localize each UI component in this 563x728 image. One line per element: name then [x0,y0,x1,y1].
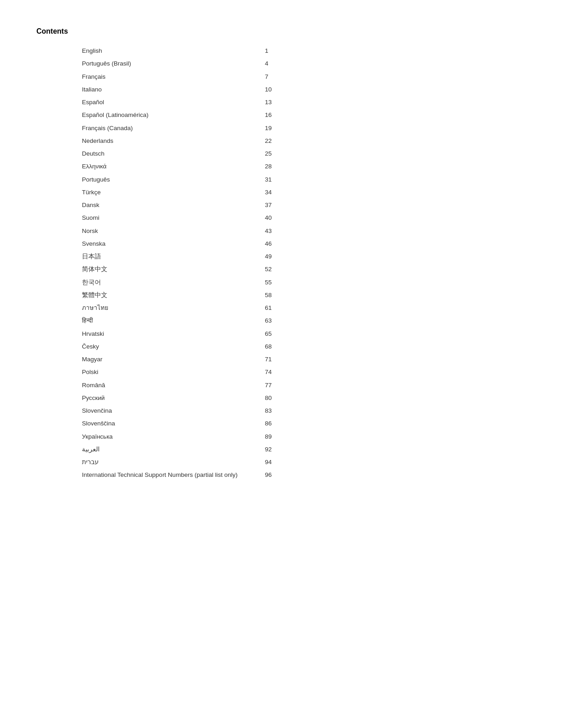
toc-page-number: 37 [238,199,272,212]
toc-page-number: 61 [238,302,272,314]
toc-page-number: 96 [238,469,272,481]
toc-language-label: Suomi [82,212,238,224]
list-item: Dansk37 [82,199,272,212]
list-item: ภาษาไทย61 [82,302,272,314]
list-item: Русский80 [82,392,272,404]
toc-page-number: 25 [238,147,272,160]
list-item: Česky68 [82,340,272,353]
toc-page-number: 46 [238,238,272,250]
list-item: Svenska46 [82,238,272,250]
toc-language-label: 简体中文 [82,263,238,276]
toc-language-label: Deutsch [82,147,238,160]
toc-language-label: العربية [82,443,238,456]
toc-page-number: 28 [238,160,272,173]
toc-page-number: 80 [238,392,272,404]
toc-page-number: 43 [238,225,272,238]
list-item: Français7 [82,71,272,83]
toc-page-number: 83 [238,404,272,417]
toc-language-label: Français (Canada) [82,122,238,135]
list-item: Polski74 [82,366,272,379]
toc-page-number: 19 [238,122,272,135]
toc-language-label: Česky [82,340,238,353]
list-item: Slovenčina83 [82,404,272,417]
toc-page-number: 63 [238,314,272,327]
list-item: Español13 [82,96,272,109]
toc-language-label: English [82,45,238,57]
toc-language-label: Українська [82,430,238,443]
toc-language-label: International Technical Support Numbers … [82,469,238,481]
list-item: 한국어55 [82,276,272,289]
list-item: Nederlands22 [82,135,272,147]
page-container: Contents English1Português (Brasil)4Fran… [36,27,527,482]
list-item: हिन्दी63 [82,314,272,327]
list-item: Español (Latinoamérica)16 [82,109,272,121]
toc-page-number: 40 [238,212,272,224]
list-item: Norsk43 [82,225,272,238]
list-item: Türkçe34 [82,186,272,199]
list-item: עברית94 [82,456,272,469]
toc-language-label: Français [82,71,238,83]
list-item: 繁體中文58 [82,289,272,302]
toc-page-number: 49 [238,250,272,263]
toc-page-number: 22 [238,135,272,147]
toc-page-number: 16 [238,109,272,121]
list-item: Ελληνικά28 [82,160,272,173]
toc-page-number: 7 [238,71,272,83]
toc-page-number: 74 [238,366,272,379]
toc-page-number: 77 [238,379,272,392]
toc-language-label: Español (Latinoamérica) [82,109,238,121]
toc-language-label: Português [82,173,238,186]
toc-page-number: 31 [238,173,272,186]
toc-language-label: Norsk [82,225,238,238]
page-title: Contents [36,27,527,35]
toc-page-number: 10 [238,83,272,96]
list-item: Deutsch25 [82,147,272,160]
toc-page-number: 4 [238,57,272,70]
list-item: Slovenščina86 [82,417,272,430]
toc-page-number: 58 [238,289,272,302]
list-item: 简体中文52 [82,263,272,276]
toc-page-number: 68 [238,340,272,353]
toc-page-number: 34 [238,186,272,199]
toc-language-label: Hrvatski [82,328,238,340]
toc-language-label: Dansk [82,199,238,212]
toc-language-label: 繁體中文 [82,289,238,302]
toc-table: English1Português (Brasil)4Français7Ital… [82,45,272,482]
list-item: International Technical Support Numbers … [82,469,272,481]
toc-language-label: Slovenčina [82,404,238,417]
toc-page-number: 94 [238,456,272,469]
toc-language-label: Türkçe [82,186,238,199]
toc-language-label: Español [82,96,238,109]
toc-language-label: Română [82,379,238,392]
list-item: 日本語49 [82,250,272,263]
list-item: Hrvatski65 [82,328,272,340]
toc-page-number: 65 [238,328,272,340]
list-item: Українська89 [82,430,272,443]
toc-page-number: 55 [238,276,272,289]
list-item: Magyar71 [82,353,272,366]
toc-language-label: Slovenščina [82,417,238,430]
toc-language-label: Ελληνικά [82,160,238,173]
toc-page-number: 92 [238,443,272,456]
toc-language-label: Nederlands [82,135,238,147]
toc-language-label: Polski [82,366,238,379]
toc-language-label: हिन्दी [82,314,238,327]
list-item: Français (Canada)19 [82,122,272,135]
list-item: Suomi40 [82,212,272,224]
list-item: Italiano10 [82,83,272,96]
toc-language-label: Svenska [82,238,238,250]
toc-page-number: 89 [238,430,272,443]
toc-language-label: Русский [82,392,238,404]
toc-page-number: 1 [238,45,272,57]
toc-language-label: 日本語 [82,250,238,263]
toc-language-label: עברית [82,456,238,469]
toc-language-label: Português (Brasil) [82,57,238,70]
toc-page-number: 52 [238,263,272,276]
toc-language-label: ภาษาไทย [82,302,238,314]
toc-language-label: Magyar [82,353,238,366]
list-item: English1 [82,45,272,57]
list-item: العربية92 [82,443,272,456]
toc-language-label: 한국어 [82,276,238,289]
toc-page-number: 13 [238,96,272,109]
toc-language-label: Italiano [82,83,238,96]
